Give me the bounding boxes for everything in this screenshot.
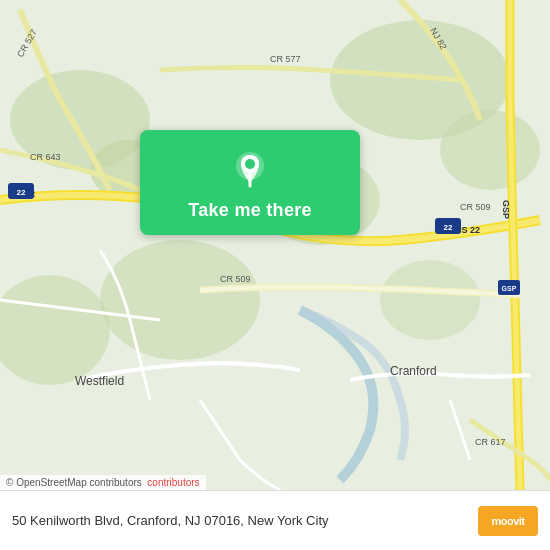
- moovit-logo-text: moovit: [491, 515, 524, 527]
- svg-text:GSP: GSP: [501, 200, 511, 219]
- map-svg: CR 527 NJ 82 CR 577 CR 643 US 22 US 22 C…: [0, 0, 550, 490]
- location-pin-icon: [228, 148, 272, 192]
- take-me-there-button[interactable]: Take me there: [140, 130, 360, 235]
- svg-text:CR 509: CR 509: [460, 202, 491, 212]
- svg-text:GSP: GSP: [502, 285, 517, 292]
- button-label: Take me there: [188, 200, 312, 221]
- svg-point-5: [380, 260, 480, 340]
- svg-text:CR 509: CR 509: [220, 274, 251, 284]
- map-container: CR 527 NJ 82 CR 577 CR 643 US 22 US 22 C…: [0, 0, 550, 490]
- bottom-bar: 50 Kenilworth Blvd, Cranford, NJ 07016, …: [0, 490, 550, 550]
- svg-text:22: 22: [444, 223, 453, 232]
- svg-point-29: [245, 159, 255, 169]
- svg-text:CR 643: CR 643: [30, 152, 61, 162]
- osm-contributors-link[interactable]: contributors: [147, 477, 199, 488]
- address-text: 50 Kenilworth Blvd, Cranford, NJ 07016, …: [12, 513, 468, 528]
- moovit-logo-image: moovit: [478, 506, 538, 536]
- svg-text:Westfield: Westfield: [75, 374, 124, 388]
- svg-text:CR 577: CR 577: [270, 54, 301, 64]
- osm-credit-text: © OpenStreetMap contributors: [6, 477, 142, 488]
- svg-point-8: [440, 110, 540, 190]
- svg-text:CR 617: CR 617: [475, 437, 506, 447]
- moovit-logo: moovit: [478, 506, 538, 536]
- osm-credit: © OpenStreetMap contributors contributor…: [0, 475, 206, 490]
- svg-text:Cranford: Cranford: [390, 364, 437, 378]
- svg-text:22: 22: [17, 188, 26, 197]
